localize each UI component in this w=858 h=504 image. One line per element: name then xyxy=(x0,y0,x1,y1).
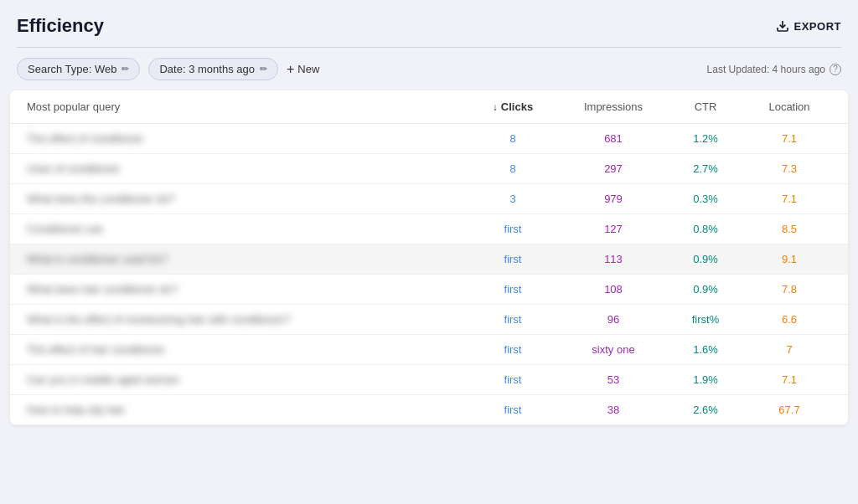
date-filter[interactable]: Date: 3 months ago ✏ xyxy=(148,58,277,80)
table-row[interactable]: The effect of hair conditionerfirstsixty… xyxy=(10,335,848,365)
page-header: Efficiency EXPORT xyxy=(0,0,858,47)
query-cell: What does hair conditioner do? xyxy=(27,283,463,296)
table-row[interactable]: Conditioner usefirst1270.8%8.5 xyxy=(10,214,848,244)
sort-arrow-icon: ↓ xyxy=(493,101,498,113)
col-header-query: Most popular query xyxy=(27,100,463,113)
search-type-edit-icon: ✏ xyxy=(121,64,129,75)
col-header-clicks[interactable]: ↓ Clicks xyxy=(463,100,563,113)
ctr-cell: 0.9% xyxy=(664,253,747,265)
impressions-cell: 127 xyxy=(563,223,664,235)
query-cell: The effect of hair conditioner xyxy=(27,343,463,356)
table-header: Most popular query ↓ Clicks Impressions … xyxy=(10,90,848,124)
export-label: EXPORT xyxy=(794,20,841,33)
location-cell: 8.5 xyxy=(747,223,831,235)
plus-icon: + xyxy=(287,62,294,77)
last-updated-text: Last Updated: 4 hours ago xyxy=(707,64,825,75)
date-label: Date: 3 months ago xyxy=(159,63,254,75)
query-cell: What is conditioner used for? xyxy=(27,253,463,265)
impressions-cell: 108 xyxy=(563,283,664,296)
query-cell: Conditioner use xyxy=(27,223,463,235)
info-icon[interactable]: ? xyxy=(830,64,841,75)
location-cell: 7.1 xyxy=(747,193,831,205)
col-header-ctr: CTR xyxy=(664,100,747,113)
filters-left: Search Type: Web ✏ Date: 3 months ago ✏ … xyxy=(17,58,319,80)
ctr-cell: 1.2% xyxy=(664,132,747,145)
date-edit-icon: ✏ xyxy=(260,64,267,75)
filters-right: Last Updated: 4 hours ago ? xyxy=(707,64,841,75)
impressions-cell: 96 xyxy=(563,313,664,326)
clicks-cell: first xyxy=(463,223,563,235)
clicks-cell: first xyxy=(463,343,563,356)
query-cell: Can you in middle aged women xyxy=(27,373,463,386)
table-row[interactable]: Can you in middle aged womenfirst531.9%7… xyxy=(10,365,848,395)
table-row[interactable]: What is conditioner used for?first1130.9… xyxy=(10,244,848,275)
new-label: New xyxy=(297,63,319,75)
location-cell: 7.8 xyxy=(747,283,831,296)
table-row[interactable]: What does hair conditioner do?first1080.… xyxy=(10,275,848,305)
location-cell: 6.6 xyxy=(747,313,831,326)
location-cell: 7.1 xyxy=(747,132,831,145)
search-type-filter[interactable]: Search Type: Web ✏ xyxy=(17,58,140,80)
table-row[interactable]: The effect of conditioner86811.2%7.1 xyxy=(10,124,848,154)
ctr-cell: 1.6% xyxy=(664,343,747,356)
table-row[interactable]: Uses of conditioner82972.7%7.3 xyxy=(10,154,848,184)
query-cell: What does the conditioner do? xyxy=(27,193,463,205)
query-cell: What is the effect of moisturizing hair … xyxy=(27,313,463,326)
location-cell: 7.1 xyxy=(747,373,831,386)
export-button[interactable]: EXPORT xyxy=(776,19,841,33)
clicks-cell: first xyxy=(463,373,563,386)
ctr-cell: 0.3% xyxy=(664,193,747,205)
ctr-cell: first% xyxy=(664,313,747,326)
clicks-cell: first xyxy=(463,404,563,416)
clicks-cell: first xyxy=(463,253,563,265)
impressions-cell: 297 xyxy=(563,162,664,175)
clicks-cell: first xyxy=(463,283,563,296)
impressions-cell: sixty one xyxy=(563,343,664,356)
location-cell: 7 xyxy=(747,343,831,356)
ctr-cell: 0.9% xyxy=(664,283,747,296)
table-row[interactable]: How to help oily hairfirst382.6%67.7 xyxy=(10,395,848,425)
page-title: Efficiency xyxy=(17,15,104,37)
ctr-cell: 1.9% xyxy=(664,373,747,386)
query-cell: The effect of conditioner xyxy=(27,132,463,145)
col-header-impressions: Impressions xyxy=(563,100,664,113)
clicks-cell: first xyxy=(463,313,563,326)
ctr-cell: 2.7% xyxy=(664,162,747,175)
impressions-cell: 681 xyxy=(563,132,664,145)
search-type-label: Search Type: Web xyxy=(28,63,116,75)
new-filter-button[interactable]: + New xyxy=(287,62,319,77)
impressions-cell: 979 xyxy=(563,193,664,205)
table-row[interactable]: What does the conditioner do?39790.3%7.1 xyxy=(10,184,848,214)
main-table-card: Most popular query ↓ Clicks Impressions … xyxy=(10,90,848,425)
location-cell: 9.1 xyxy=(747,253,831,265)
ctr-cell: 0.8% xyxy=(664,223,747,235)
export-icon xyxy=(776,19,789,33)
col-header-location: Location xyxy=(747,100,831,113)
query-cell: Uses of conditioner xyxy=(27,162,463,175)
query-cell: How to help oily hair xyxy=(27,404,463,416)
table-body: The effect of conditioner86811.2%7.1Uses… xyxy=(10,124,848,425)
impressions-cell: 53 xyxy=(563,373,664,386)
page-container: Efficiency EXPORT Search Type: Web ✏ Dat… xyxy=(0,0,858,504)
ctr-cell: 2.6% xyxy=(664,404,747,416)
impressions-cell: 38 xyxy=(563,404,664,416)
location-cell: 67.7 xyxy=(747,404,831,416)
clicks-cell: 8 xyxy=(463,132,563,145)
clicks-cell: 8 xyxy=(463,162,563,175)
table-row[interactable]: What is the effect of moisturizing hair … xyxy=(10,305,848,335)
clicks-cell: 3 xyxy=(463,193,563,205)
location-cell: 7.3 xyxy=(747,162,831,175)
filters-row: Search Type: Web ✏ Date: 3 months ago ✏ … xyxy=(0,48,858,90)
impressions-cell: 113 xyxy=(563,253,664,265)
